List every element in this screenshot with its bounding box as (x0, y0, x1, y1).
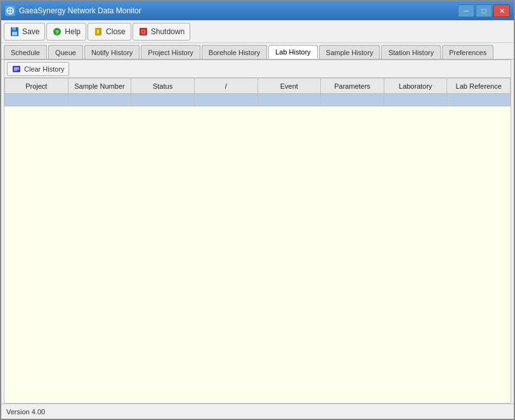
tab-lab-history[interactable]: Lab History (268, 45, 318, 59)
tab-schedule-label: Schedule (11, 49, 40, 56)
save-icon (10, 27, 20, 37)
content-toolbar: Clear History (4, 60, 511, 78)
window-title: GaeaSynergy Network Data Monitor (19, 6, 141, 15)
close-button[interactable]: Close (88, 23, 131, 41)
col-parameters: Parameters (321, 79, 384, 94)
tab-schedule[interactable]: Schedule (4, 45, 47, 59)
col-event: Event (258, 79, 321, 94)
svg-point-13 (142, 30, 145, 33)
data-table: Project Sample Number Status / Event Par… (4, 78, 511, 106)
svg-rect-5 (12, 32, 17, 35)
col-status: Status (131, 79, 195, 94)
empty-data-area (4, 106, 511, 360)
tab-notify-history[interactable]: Notify History (84, 45, 140, 59)
app-icon (5, 6, 15, 16)
shutdown-button[interactable]: Shutdown (133, 23, 190, 41)
minimize-button[interactable]: ─ (458, 4, 474, 17)
title-bar: GaeaSynergy Network Data Monitor ─ □ ✕ (1, 1, 514, 20)
close-icon (93, 27, 103, 37)
tab-borehole-history[interactable]: Borehole History (202, 45, 267, 59)
svg-rect-4 (12, 27, 16, 30)
tab-lab-history-label: Lab History (275, 48, 311, 56)
tab-project-history-label: Project History (148, 49, 193, 56)
toolbar: Save ? Help Close (1, 20, 514, 43)
tab-station-history-label: Station History (388, 49, 434, 56)
content-area: Clear History Project Sample Number Stat… (4, 60, 511, 404)
clear-history-label: Clear History (24, 65, 65, 73)
clear-history-icon (11, 64, 22, 74)
tab-project-history[interactable]: Project History (141, 45, 200, 59)
tab-station-history[interactable]: Station History (381, 45, 441, 59)
help-button[interactable]: ? Help (46, 23, 86, 41)
tab-sample-history[interactable]: Sample History (319, 45, 381, 59)
tab-queue[interactable]: Queue (48, 45, 83, 59)
table-row[interactable] (5, 94, 511, 106)
clear-history-button[interactable]: Clear History (7, 62, 69, 76)
svg-rect-10 (97, 30, 99, 34)
table-body (5, 94, 511, 106)
save-button[interactable]: Save (4, 23, 45, 41)
col-slash: / (194, 79, 258, 94)
col-laboratory: Laboratory (384, 79, 447, 94)
tab-preferences[interactable]: Preferences (442, 45, 493, 59)
col-sample-number: Sample Number (68, 79, 131, 94)
shutdown-label: Shutdown (151, 27, 185, 36)
help-label: Help (65, 27, 81, 36)
svg-rect-6 (13, 29, 13, 30)
tab-notify-history-label: Notify History (91, 49, 133, 56)
tab-borehole-history-label: Borehole History (209, 49, 260, 56)
table-container[interactable]: Project Sample Number Status / Event Par… (4, 78, 511, 403)
status-bar: Version 4.00 (1, 404, 514, 419)
tab-queue-label: Queue (55, 49, 76, 56)
maximize-button[interactable]: □ (476, 4, 492, 17)
tab-preferences-label: Preferences (449, 49, 486, 56)
col-project: Project (5, 79, 68, 94)
tab-sample-history-label: Sample History (326, 49, 374, 56)
tabs-container: Schedule Queue Notify History Project Hi… (1, 43, 514, 60)
help-icon: ? (52, 27, 62, 37)
title-bar-left: GaeaSynergy Network Data Monitor (5, 6, 141, 16)
save-label: Save (22, 27, 39, 36)
svg-text:?: ? (56, 29, 60, 35)
main-window: GaeaSynergy Network Data Monitor ─ □ ✕ S… (0, 0, 515, 420)
col-lab-reference: Lab Reference (447, 79, 511, 94)
close-label: Close (106, 27, 126, 36)
table-header-row: Project Sample Number Status / Event Par… (5, 79, 511, 94)
shutdown-icon (138, 27, 148, 37)
title-bar-controls: ─ □ ✕ (458, 4, 510, 17)
window-close-button[interactable]: ✕ (493, 4, 510, 17)
version-text: Version 4.00 (6, 408, 45, 416)
